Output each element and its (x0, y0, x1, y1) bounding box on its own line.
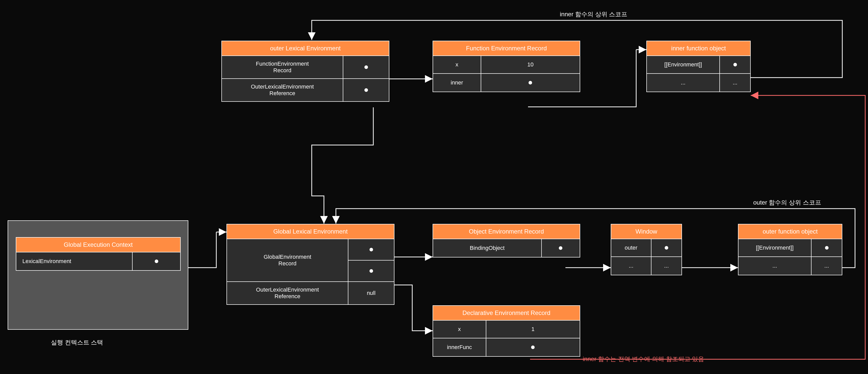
header-outer-obj: outer function object (739, 224, 842, 239)
cell-inner-ptr (481, 74, 580, 92)
dot-icon (531, 345, 535, 349)
cell-global-env-rec-label: GlobalEnvironment Record (227, 239, 348, 282)
cell-func-env-record-ptr (343, 56, 389, 79)
box-inner-function-object: inner function object [[Environment]] ..… (646, 41, 751, 92)
header-decl-env-rec: Declarative Environment Record (433, 306, 580, 320)
dot-icon (364, 88, 368, 92)
cell-inner-env-label: [[Environment]] (647, 56, 720, 74)
cell-outer-lex-ref-ptr (343, 79, 389, 101)
cell-inner-ellipsis1: ... (647, 74, 720, 92)
dot-icon (825, 246, 829, 250)
cell-lexenv-ptr (132, 252, 180, 270)
cell-global-env-rec-ptr1 (348, 239, 394, 260)
box-object-env-record: Object Environment Record BindingObject (433, 224, 580, 257)
dot-icon (529, 81, 532, 85)
dot-icon (155, 259, 158, 263)
label-stack-caption: 실행 컨텍스트 스택 (51, 338, 103, 346)
cell-outer-ellipsis1: ... (739, 257, 811, 275)
cell-outer-env-label: [[Environment]] (739, 239, 811, 257)
dot-icon (364, 65, 368, 69)
header-outer-lex-env: outer Lexical Environment (222, 41, 389, 56)
cell-global-env-rec-ptr2 (348, 260, 394, 282)
cell-binding-object-ptr (542, 239, 580, 257)
box-function-env-record: Function Environment Record x 10 inner (433, 41, 580, 92)
box-window: Window outer ... ... (611, 224, 682, 275)
dot-icon (733, 63, 737, 66)
header-window: Window (611, 224, 681, 239)
header-global-lex-env: Global Lexical Environment (227, 224, 394, 239)
dot-icon (559, 246, 562, 250)
cell-decl-x-label: x (433, 320, 486, 338)
dot-icon (370, 269, 373, 273)
header-global-ctx: Global Execution Context (16, 238, 180, 252)
label-outer-scope: outer 함수의 상위 스코프 (753, 198, 821, 207)
cell-inner-env-ptr (720, 56, 750, 74)
label-inner-ref-note: inner 함수는 전역 변수에 의해 참조되고 있음 (583, 355, 704, 363)
cell-outer-env-ptr (811, 239, 842, 257)
cell-outer-ellipsis2: ... (811, 257, 842, 275)
cell-global-outer-ref-label: OuterLexicalEnvironment Reference (227, 282, 348, 304)
header-obj-env-rec: Object Environment Record (433, 224, 580, 239)
cell-lexenv-label: LexicalEnvironment (16, 252, 132, 270)
header-func-env-rec: Function Environment Record (433, 41, 580, 56)
cell-decl-innerfunc-label: innerFunc (433, 338, 486, 356)
box-declarative-env-record: Declarative Environment Record x 1 inner… (433, 305, 580, 357)
box-outer-function-object: outer function object [[Environment]] ..… (738, 224, 842, 275)
cell-window-ellipsis2: ... (651, 257, 681, 275)
box-global-lexical-environment: Global Lexical Environment GlobalEnviron… (226, 224, 395, 305)
header-inner-obj: inner function object (647, 41, 750, 56)
label-inner-scope: inner 함수의 상위 스코프 (560, 10, 627, 18)
cell-window-ellipsis1: ... (611, 257, 651, 275)
cell-inner-ellipsis2: ... (720, 74, 750, 92)
cell-window-outer-ptr (651, 239, 681, 257)
cell-decl-innerfunc-ptr (486, 338, 580, 356)
box-global-execution-context: Global Execution Context LexicalEnvironm… (16, 237, 181, 271)
cell-decl-x-value: 1 (486, 320, 580, 338)
box-outer-lexical-environment: outer Lexical Environment FunctionEnviro… (221, 41, 389, 102)
cell-binding-object-label: BindingObject (433, 239, 542, 257)
cell-window-outer-label: outer (611, 239, 651, 257)
cell-x-value: 10 (481, 56, 580, 74)
panel-execution-stack: Global Execution Context LexicalEnvironm… (8, 220, 188, 330)
cell-x-label: x (433, 56, 481, 74)
cell-inner-label: inner (433, 74, 481, 92)
cell-outer-lex-ref-label: OuterLexicalEnvironment Reference (222, 79, 343, 101)
dot-icon (370, 248, 373, 251)
dot-icon (665, 246, 668, 250)
cell-func-env-record-label: FunctionEnvironment Record (222, 56, 343, 79)
cell-global-outer-ref-null: null (348, 282, 394, 304)
